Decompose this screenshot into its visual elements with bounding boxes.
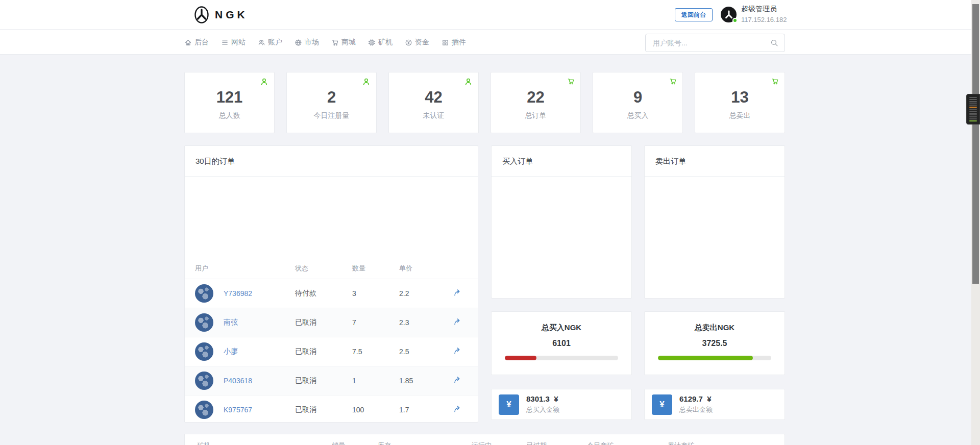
stat-card-total-sells: 13总卖出 [695,72,785,133]
user-avatar[interactable] [195,401,213,419]
coin-icon [405,39,412,46]
back-to-front-button[interactable]: 返回前台 [675,8,713,21]
table-row: Y736982待付款32.2 [185,279,478,308]
stats-row: 121总人数2今日注册量42未认证22总订单9总买入13总卖出 [184,72,785,133]
redo-arrow-icon [453,376,461,384]
user-ip: 117.152.16.182 [741,16,787,23]
redo-arrow-icon [453,288,461,297]
person-icon [362,78,371,86]
sell-amount-meta: 6129.7 ¥ 总卖出金额 [679,394,713,414]
stat-card-today-registrations: 2今日注册量 [286,72,377,133]
scrollbar-thumb[interactable] [972,4,979,284]
quantity-cell: 7 [352,318,399,327]
ngk-logo-icon [193,6,210,24]
nav-item-miners[interactable]: 矿机 [368,38,393,47]
user-link[interactable]: 南弦 [224,318,295,327]
order-action-button[interactable] [453,288,461,299]
order-action-button[interactable] [453,347,461,357]
user-avatar[interactable] [195,342,213,361]
nav-item-mall[interactable]: 商城 [331,38,356,47]
stat-label: 总人数 [185,111,274,120]
search-box [645,34,785,52]
price-cell: 2.5 [399,348,446,356]
yen-icon: ¥ [499,394,519,415]
redo-arrow-icon [453,347,461,355]
user-avatar[interactable] [195,372,213,390]
person-icon [464,78,473,86]
status-cell: 已取消 [295,405,352,414]
total-sell-card: 总卖出NGK 3725.5 [644,311,785,375]
user-avatar[interactable] [195,313,213,332]
minimap-line [969,114,977,115]
users-icon [258,39,265,46]
redo-arrow-icon [453,317,461,326]
quantity-cell: 3 [352,289,399,298]
nav-item-market[interactable]: 市场 [295,38,319,47]
buy-progress-track [505,356,618,360]
grid-icon [442,39,449,46]
user-avatar[interactable] [721,7,737,22]
minimap-line [969,109,977,110]
orders-chart-area [185,177,478,258]
search-icon[interactable] [770,39,778,47]
sell-amount-card: ¥ 6129.7 ¥ 总卖出金额 [644,389,785,420]
nav-item-plugins[interactable]: 插件 [442,38,466,47]
stat-label: 总订单 [491,111,580,120]
stat-value: 42 [389,89,478,105]
total-buy-value: 6101 [492,339,631,348]
scrollbar[interactable] [971,0,980,445]
nav-item-website[interactable]: 网站 [221,38,246,47]
user-avatar[interactable] [195,284,213,303]
nav-item-dashboard[interactable]: 后台 [184,38,209,47]
sell-orders-panel: 卖出订单 [644,145,785,299]
status-cell: 待付款 [295,289,352,298]
cart-icon [331,39,339,46]
brand-name: NGK [215,9,248,21]
order-action-button[interactable] [453,317,461,328]
minimap-line [969,111,977,112]
nav-item-label: 资金 [415,38,429,47]
buy-orders-title: 买入订单 [492,146,631,177]
status-cell: 已取消 [295,376,352,385]
miner-column-header: 累计产矿 [668,441,772,445]
orders-col-user: 用户 [195,264,295,273]
user-link[interactable]: K975767 [224,406,295,414]
orders-panel-title: 30日的订单 [185,146,478,177]
price-cell: 1.85 [399,377,446,385]
nav-item-label: 商城 [341,38,356,47]
user-link[interactable]: P403618 [224,377,295,385]
quantity-cell: 7.5 [352,348,399,356]
sell-progress-track [658,356,771,360]
scroll-minimap[interactable] [966,94,980,125]
order-action-button[interactable] [453,376,461,386]
stat-card-unverified: 42未认证 [388,72,479,133]
quantity-cell: 1 [352,377,399,385]
sell-amount-label: 总卖出金额 [679,405,713,414]
total-buy-card: 总买入NGK 6101 [491,311,632,375]
stat-card-total-buys: 9总买入 [593,72,683,133]
nav-item-funds[interactable]: 资金 [405,38,429,47]
nav-item-label: 账户 [268,38,282,47]
order-action-button[interactable] [453,405,461,415]
orders-table-body: Y736982待付款32.2南弦已取消72.3小廖已取消7.52.5P40361… [185,279,478,424]
nav-item-accounts[interactable]: 账户 [258,38,282,47]
online-status-dot [732,18,738,23]
user-link[interactable]: 小廖 [224,347,295,356]
user-link[interactable]: Y736982 [224,289,295,298]
redo-arrow-icon [453,405,461,413]
table-row: P403618已取消11.85 [185,366,478,395]
miner-column-header: 已过期 [527,441,587,445]
stat-label: 总买入 [593,111,682,120]
stat-label: 总卖出 [695,111,785,120]
minimap-line [969,97,977,98]
user-meta: 超级管理员 117.152.16.182 [741,5,787,23]
search-input[interactable] [652,38,766,47]
total-buy-title: 总买入NGK [492,323,631,333]
brand-logo[interactable]: NGK [193,6,248,24]
stat-value: 13 [695,89,785,105]
minimap-line [969,105,977,106]
quantity-cell: 100 [352,406,399,414]
minimap-line [969,101,977,102]
table-row: K975767已取消1001.7 [185,395,478,424]
orders-table-header: 用户 状态 数量 单价 [185,258,478,279]
